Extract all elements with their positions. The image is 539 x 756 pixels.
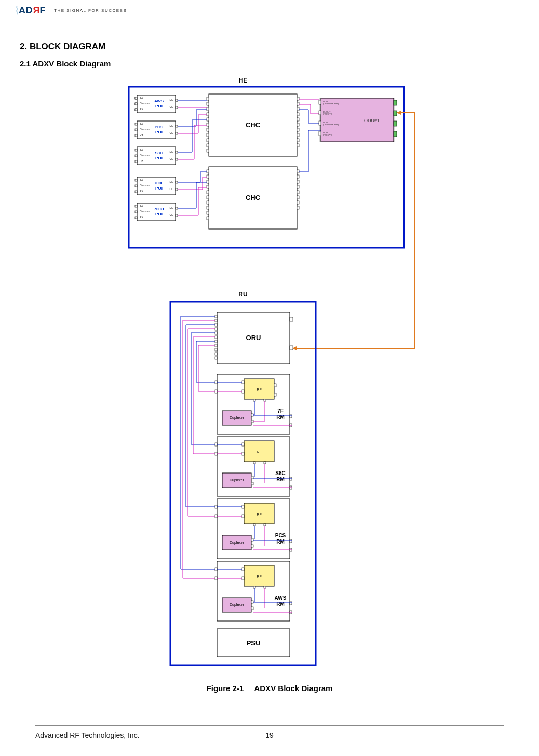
svg-rect-34 xyxy=(135,185,137,187)
svg-text:RM: RM xyxy=(276,414,285,420)
logo-f: F xyxy=(40,5,46,16)
poi-pcs: TX Common RX DL UL PCS POI xyxy=(135,121,178,139)
svg-text:RX: RX xyxy=(140,133,144,137)
svg-rect-23 xyxy=(176,151,178,153)
svg-text:UL: UL xyxy=(170,157,173,160)
rm-pcs: RF Duplexer PCS RM xyxy=(215,499,292,559)
logo-a: A xyxy=(19,5,26,16)
svg-rect-22 xyxy=(135,160,137,163)
svg-rect-188 xyxy=(251,538,253,541)
svg-rect-99 xyxy=(319,111,321,115)
svg-text:PCS: PCS xyxy=(275,533,286,538)
svg-rect-98 xyxy=(319,100,321,104)
svg-text:RX: RX xyxy=(140,159,144,163)
ru-label: RU xyxy=(238,291,247,298)
svg-rect-21 xyxy=(135,155,137,157)
svg-rect-132 xyxy=(242,381,244,384)
svg-rect-118 xyxy=(215,323,217,326)
svg-rect-208 xyxy=(264,586,266,588)
svg-rect-125 xyxy=(215,353,217,355)
svg-rect-133 xyxy=(242,390,244,393)
svg-rect-7 xyxy=(135,123,137,125)
svg-rect-146 xyxy=(290,415,292,418)
block-diagram: HE TX Common RX DL UL A xyxy=(20,73,519,681)
svg-rect-68 xyxy=(207,149,209,152)
svg-rect-169 xyxy=(215,443,217,446)
svg-rect-185 xyxy=(264,524,266,526)
svg-rect-93 xyxy=(297,191,299,194)
svg-rect-110 xyxy=(394,100,397,105)
svg-text:TX: TX xyxy=(140,122,143,125)
svg-rect-144 xyxy=(215,381,217,384)
footer-page: 19 xyxy=(265,731,274,739)
svg-rect-207 xyxy=(253,586,255,588)
svg-text:RX: RX xyxy=(140,190,144,193)
svg-rect-166 xyxy=(251,482,253,485)
svg-rect-121 xyxy=(215,336,217,339)
svg-rect-20 xyxy=(135,149,137,151)
svg-rect-79 xyxy=(207,170,209,173)
svg-text:RF: RF xyxy=(257,450,261,454)
svg-text:(CPRI Line Rate): (CPRI Line Rate) xyxy=(323,102,339,105)
svg-text:POI: POI xyxy=(155,212,163,217)
svg-text:Common: Common xyxy=(140,210,151,213)
svg-text:TX: TX xyxy=(140,148,143,151)
svg-rect-50 xyxy=(176,214,178,217)
section-heading: 2. BLOCK DIAGRAM xyxy=(20,42,519,52)
svg-rect-162 xyxy=(264,462,266,464)
svg-text:RF: RF xyxy=(257,512,261,516)
svg-text:RF: RF xyxy=(257,575,261,578)
svg-text:UL: UL xyxy=(170,213,173,217)
svg-rect-92 xyxy=(297,185,299,188)
svg-rect-123 xyxy=(215,344,217,347)
svg-rect-47 xyxy=(135,211,137,213)
svg-text:DL: DL xyxy=(170,206,173,209)
svg-rect-165 xyxy=(251,476,253,479)
footer-company: Advanced RF Technologies, Inc. xyxy=(35,731,140,739)
svg-rect-124 xyxy=(215,348,217,351)
svg-rect-216 xyxy=(215,577,217,580)
page-footer: Advanced RF Technologies, Inc. 19 xyxy=(35,731,504,739)
svg-rect-159 xyxy=(242,443,244,446)
rm-7f: RF Duplexer 7F RM xyxy=(215,374,292,434)
svg-rect-140 xyxy=(251,414,253,416)
svg-rect-78 xyxy=(297,144,299,147)
svg-rect-83 xyxy=(207,191,209,194)
svg-text:UL: UL xyxy=(170,187,173,191)
svg-text:DL: DL xyxy=(170,180,173,183)
svg-rect-141 xyxy=(251,420,253,423)
svg-text:Duplexer: Duplexer xyxy=(230,416,245,420)
svg-rect-66 xyxy=(207,139,209,142)
svg-rect-136 xyxy=(253,399,255,401)
psu-label: PSU xyxy=(247,639,261,647)
svg-rect-211 xyxy=(251,601,253,603)
svg-rect-69 xyxy=(297,97,299,100)
svg-text:7F: 7F xyxy=(277,408,284,414)
svg-rect-101 xyxy=(319,131,321,136)
svg-text:TX: TX xyxy=(140,204,143,207)
svg-rect-48 xyxy=(135,217,137,219)
svg-rect-135 xyxy=(274,393,276,396)
svg-rect-100 xyxy=(319,121,321,125)
figure-title: ADXV Block Diagram xyxy=(254,684,333,693)
svg-rect-87 xyxy=(207,211,209,214)
svg-rect-161 xyxy=(253,462,255,464)
svg-text:Duplexer: Duplexer xyxy=(230,541,245,545)
svg-text:(RU SFP): (RU SFP) xyxy=(323,133,332,136)
footer-rule xyxy=(35,725,504,726)
svg-rect-205 xyxy=(242,568,244,571)
svg-rect-73 xyxy=(297,118,299,121)
svg-rect-134 xyxy=(274,384,276,387)
svg-rect-74 xyxy=(297,123,299,126)
svg-rect-77 xyxy=(297,139,299,142)
svg-text:S8C: S8C xyxy=(275,470,285,476)
svg-rect-88 xyxy=(207,217,209,220)
svg-rect-113 xyxy=(394,131,397,137)
svg-text:TX: TX xyxy=(140,178,143,181)
odu-label: ODU#1 xyxy=(364,118,380,123)
svg-rect-170 xyxy=(215,452,217,455)
svg-rect-33 xyxy=(135,179,137,181)
svg-rect-217 xyxy=(290,602,292,605)
svg-rect-58 xyxy=(207,97,209,100)
svg-rect-84 xyxy=(207,196,209,199)
